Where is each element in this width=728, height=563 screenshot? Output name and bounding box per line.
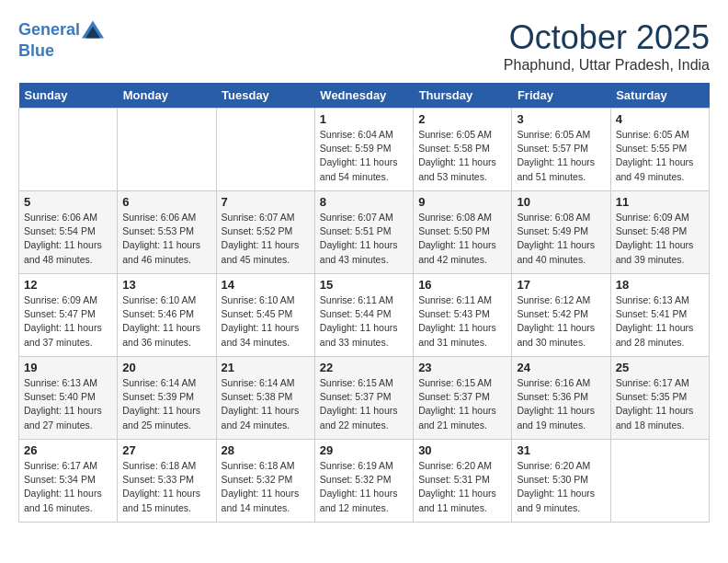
calendar-cell: 16Sunrise: 6:11 AM Sunset: 5:43 PM Dayli… bbox=[414, 274, 512, 357]
day-number: 17 bbox=[517, 278, 605, 292]
day-info: Sunrise: 6:19 AM Sunset: 5:32 PM Dayligh… bbox=[320, 459, 408, 515]
page-header: General Blue October 2025 Phaphund, Utta… bbox=[18, 18, 710, 74]
calendar-cell: 3Sunrise: 6:05 AM Sunset: 5:57 PM Daylig… bbox=[512, 109, 610, 191]
day-info: Sunrise: 6:08 AM Sunset: 5:49 PM Dayligh… bbox=[517, 211, 605, 267]
weekday-header: Saturday bbox=[610, 83, 709, 109]
logo: General Blue bbox=[18, 18, 104, 61]
calendar-week-row: 12Sunrise: 6:09 AM Sunset: 5:47 PM Dayli… bbox=[19, 274, 710, 357]
day-number: 7 bbox=[222, 195, 310, 209]
weekday-header-row: SundayMondayTuesdayWednesdayThursdayFrid… bbox=[19, 83, 710, 109]
day-info: Sunrise: 6:09 AM Sunset: 5:47 PM Dayligh… bbox=[24, 293, 112, 350]
day-info: Sunrise: 6:20 AM Sunset: 5:31 PM Dayligh… bbox=[418, 459, 506, 515]
weekday-header: Tuesday bbox=[216, 83, 314, 109]
day-info: Sunrise: 6:05 AM Sunset: 5:58 PM Dayligh… bbox=[418, 128, 506, 184]
calendar-cell bbox=[216, 109, 314, 191]
calendar-week-row: 1Sunrise: 6:04 AM Sunset: 5:59 PM Daylig… bbox=[19, 109, 710, 191]
calendar-cell: 25Sunrise: 6:17 AM Sunset: 5:35 PM Dayli… bbox=[610, 357, 709, 440]
day-number: 8 bbox=[320, 195, 408, 209]
day-info: Sunrise: 6:10 AM Sunset: 5:46 PM Dayligh… bbox=[122, 293, 210, 350]
calendar-cell bbox=[118, 109, 216, 191]
day-info: Sunrise: 6:15 AM Sunset: 5:37 PM Dayligh… bbox=[418, 376, 506, 432]
day-number: 1 bbox=[320, 112, 408, 126]
month-title: October 2025 bbox=[504, 18, 710, 57]
calendar-cell: 5Sunrise: 6:06 AM Sunset: 5:54 PM Daylig… bbox=[19, 191, 118, 274]
day-info: Sunrise: 6:17 AM Sunset: 5:34 PM Dayligh… bbox=[24, 459, 112, 515]
day-info: Sunrise: 6:11 AM Sunset: 5:43 PM Dayligh… bbox=[418, 293, 506, 350]
day-info: Sunrise: 6:09 AM Sunset: 5:48 PM Dayligh… bbox=[616, 211, 704, 267]
calendar-cell: 13Sunrise: 6:10 AM Sunset: 5:46 PM Dayli… bbox=[118, 274, 216, 357]
calendar-cell: 29Sunrise: 6:19 AM Sunset: 5:32 PM Dayli… bbox=[314, 440, 413, 523]
calendar-cell: 24Sunrise: 6:16 AM Sunset: 5:36 PM Dayli… bbox=[512, 357, 610, 440]
day-info: Sunrise: 6:20 AM Sunset: 5:30 PM Dayligh… bbox=[517, 459, 605, 515]
day-info: Sunrise: 6:15 AM Sunset: 5:37 PM Dayligh… bbox=[320, 376, 408, 432]
day-number: 10 bbox=[517, 195, 605, 209]
calendar-cell: 18Sunrise: 6:13 AM Sunset: 5:41 PM Dayli… bbox=[610, 274, 709, 357]
calendar-cell: 11Sunrise: 6:09 AM Sunset: 5:48 PM Dayli… bbox=[610, 191, 709, 274]
weekday-header: Wednesday bbox=[314, 83, 413, 109]
day-info: Sunrise: 6:05 AM Sunset: 5:55 PM Dayligh… bbox=[616, 128, 704, 184]
day-info: Sunrise: 6:04 AM Sunset: 5:59 PM Dayligh… bbox=[320, 128, 408, 184]
calendar-week-row: 5Sunrise: 6:06 AM Sunset: 5:54 PM Daylig… bbox=[19, 191, 710, 274]
calendar-cell: 17Sunrise: 6:12 AM Sunset: 5:42 PM Dayli… bbox=[512, 274, 610, 357]
calendar-cell: 12Sunrise: 6:09 AM Sunset: 5:47 PM Dayli… bbox=[19, 274, 118, 357]
calendar-cell: 23Sunrise: 6:15 AM Sunset: 5:37 PM Dayli… bbox=[414, 357, 512, 440]
day-number: 26 bbox=[24, 443, 112, 457]
day-info: Sunrise: 6:08 AM Sunset: 5:50 PM Dayligh… bbox=[418, 211, 506, 267]
day-info: Sunrise: 6:17 AM Sunset: 5:35 PM Dayligh… bbox=[616, 376, 704, 432]
calendar-cell: 21Sunrise: 6:14 AM Sunset: 5:38 PM Dayli… bbox=[216, 357, 314, 440]
calendar-week-row: 26Sunrise: 6:17 AM Sunset: 5:34 PM Dayli… bbox=[19, 440, 710, 523]
calendar-cell: 10Sunrise: 6:08 AM Sunset: 5:49 PM Dayli… bbox=[512, 191, 610, 274]
calendar-cell: 28Sunrise: 6:18 AM Sunset: 5:32 PM Dayli… bbox=[216, 440, 314, 523]
day-info: Sunrise: 6:14 AM Sunset: 5:38 PM Dayligh… bbox=[222, 376, 310, 432]
day-info: Sunrise: 6:13 AM Sunset: 5:41 PM Dayligh… bbox=[616, 293, 704, 350]
day-number: 9 bbox=[418, 195, 506, 209]
day-number: 25 bbox=[616, 361, 704, 374]
day-number: 22 bbox=[320, 361, 408, 374]
title-block: October 2025 Phaphund, Uttar Pradesh, In… bbox=[504, 18, 710, 74]
day-number: 13 bbox=[122, 278, 210, 292]
calendar-cell: 1Sunrise: 6:04 AM Sunset: 5:59 PM Daylig… bbox=[314, 109, 413, 191]
day-number: 3 bbox=[517, 112, 605, 126]
calendar-cell: 8Sunrise: 6:07 AM Sunset: 5:51 PM Daylig… bbox=[314, 191, 413, 274]
calendar-cell: 15Sunrise: 6:11 AM Sunset: 5:44 PM Dayli… bbox=[314, 274, 413, 357]
weekday-header: Sunday bbox=[19, 83, 118, 109]
day-number: 14 bbox=[222, 278, 310, 292]
day-info: Sunrise: 6:05 AM Sunset: 5:57 PM Dayligh… bbox=[517, 128, 605, 184]
day-number: 15 bbox=[320, 278, 408, 292]
day-info: Sunrise: 6:13 AM Sunset: 5:40 PM Dayligh… bbox=[24, 376, 112, 432]
calendar-cell: 19Sunrise: 6:13 AM Sunset: 5:40 PM Dayli… bbox=[19, 357, 118, 440]
calendar-table: SundayMondayTuesdayWednesdayThursdayFrid… bbox=[18, 83, 710, 523]
calendar-cell: 22Sunrise: 6:15 AM Sunset: 5:37 PM Dayli… bbox=[314, 357, 413, 440]
day-number: 16 bbox=[418, 278, 506, 292]
day-number: 11 bbox=[616, 195, 704, 209]
day-number: 2 bbox=[418, 112, 506, 126]
day-number: 30 bbox=[418, 443, 506, 457]
calendar-cell: 7Sunrise: 6:07 AM Sunset: 5:52 PM Daylig… bbox=[216, 191, 314, 274]
day-info: Sunrise: 6:18 AM Sunset: 5:32 PM Dayligh… bbox=[222, 459, 310, 515]
day-number: 4 bbox=[616, 112, 704, 126]
weekday-header: Monday bbox=[118, 83, 216, 109]
day-info: Sunrise: 6:07 AM Sunset: 5:51 PM Dayligh… bbox=[320, 211, 408, 267]
location: Phaphund, Uttar Pradesh, India bbox=[504, 57, 710, 74]
day-number: 24 bbox=[517, 361, 605, 374]
calendar-cell: 31Sunrise: 6:20 AM Sunset: 5:30 PM Dayli… bbox=[512, 440, 610, 523]
day-info: Sunrise: 6:10 AM Sunset: 5:45 PM Dayligh… bbox=[222, 293, 310, 350]
calendar-cell: 27Sunrise: 6:18 AM Sunset: 5:33 PM Dayli… bbox=[118, 440, 216, 523]
day-info: Sunrise: 6:11 AM Sunset: 5:44 PM Dayligh… bbox=[320, 293, 408, 350]
day-number: 19 bbox=[24, 361, 112, 374]
calendar-cell bbox=[610, 440, 709, 523]
weekday-header: Thursday bbox=[414, 83, 512, 109]
day-number: 20 bbox=[122, 361, 210, 374]
calendar-cell: 26Sunrise: 6:17 AM Sunset: 5:34 PM Dayli… bbox=[19, 440, 118, 523]
day-info: Sunrise: 6:07 AM Sunset: 5:52 PM Dayligh… bbox=[222, 211, 310, 267]
day-info: Sunrise: 6:16 AM Sunset: 5:36 PM Dayligh… bbox=[517, 376, 605, 432]
weekday-header: Friday bbox=[512, 83, 610, 109]
calendar-cell: 9Sunrise: 6:08 AM Sunset: 5:50 PM Daylig… bbox=[414, 191, 512, 274]
calendar-cell bbox=[19, 109, 118, 191]
calendar-cell: 30Sunrise: 6:20 AM Sunset: 5:31 PM Dayli… bbox=[414, 440, 512, 523]
calendar-cell: 4Sunrise: 6:05 AM Sunset: 5:55 PM Daylig… bbox=[610, 109, 709, 191]
logo-text: General Blue bbox=[18, 18, 104, 61]
calendar-cell: 6Sunrise: 6:06 AM Sunset: 5:53 PM Daylig… bbox=[118, 191, 216, 274]
day-number: 6 bbox=[122, 195, 210, 209]
day-number: 18 bbox=[616, 278, 704, 292]
